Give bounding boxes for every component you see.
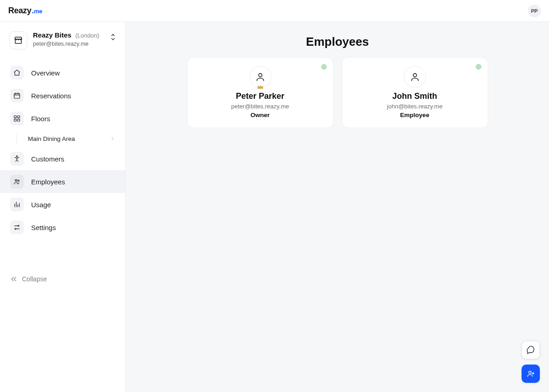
employee-name: Peter Parker <box>196 91 325 101</box>
page-title: Employees <box>126 22 549 57</box>
floating-action-stack <box>522 341 540 383</box>
grid-icon <box>10 112 24 125</box>
sliders-icon <box>10 220 24 234</box>
logo-suffix: me <box>34 8 42 15</box>
support-chat-button[interactable] <box>522 341 540 359</box>
svg-rect-1 <box>14 116 16 118</box>
sidebar-item-customers[interactable]: Customers <box>0 147 125 170</box>
collapse-sidebar-button[interactable]: Collapse <box>0 269 125 292</box>
chat-icon <box>527 346 535 354</box>
svg-rect-0 <box>14 93 20 98</box>
sidebar-item-employees[interactable]: Employees <box>0 170 125 193</box>
user-plus-icon <box>527 370 535 378</box>
svg-rect-2 <box>17 116 20 118</box>
sidebar-item-label: Customers <box>31 155 65 163</box>
sidebar: Reazy Bites (London) peter@bites.reazy.m… <box>0 22 126 392</box>
calendar-icon <box>10 89 24 102</box>
account-name: Reazy Bites <box>33 31 71 39</box>
logo-text: Reazy <box>8 6 32 16</box>
sidebar-subitem-label: Main Dining Area <box>28 135 75 142</box>
sidebar-item-usage[interactable]: Usage <box>0 193 125 216</box>
app-logo[interactable]: Reazy.me <box>8 6 42 16</box>
svg-rect-3 <box>14 119 16 121</box>
employee-role: Owner <box>196 112 325 118</box>
main-content: Employees Peter Parker peter@bites.reazy… <box>126 22 549 392</box>
status-active-icon <box>476 64 481 70</box>
chevron-right-icon <box>110 136 115 141</box>
employee-name: John Smith <box>350 91 479 101</box>
account-email: peter@bites.reazy.me <box>33 41 104 47</box>
sidebar-item-label: Reservations <box>31 92 71 100</box>
sidebar-item-overview[interactable]: Overview <box>0 61 125 84</box>
chevrons-left-icon <box>10 275 17 283</box>
employee-email: peter@bites.reazy.me <box>196 103 325 110</box>
crown-icon <box>257 85 264 89</box>
sidebar-item-label: Employees <box>31 178 65 186</box>
group-icon <box>10 175 24 188</box>
collapse-label: Collapse <box>22 275 47 283</box>
sidebar-item-settings[interactable]: Settings <box>0 216 125 239</box>
employee-avatar <box>249 66 271 88</box>
user-avatar[interactable]: PP <box>528 5 541 17</box>
storefront-icon <box>9 31 27 49</box>
accessibility-icon <box>10 152 24 166</box>
top-bar: Reazy.me PP <box>0 0 549 22</box>
sidebar-footer: Collapse <box>0 242 125 392</box>
svg-point-7 <box>18 180 19 181</box>
home-icon <box>10 66 24 80</box>
tree-indent-line <box>16 134 17 144</box>
sidebar-item-label: Settings <box>31 224 56 231</box>
employee-cards: Peter Parker peter@bites.reazy.me Owner … <box>126 57 549 139</box>
employee-role: Employee <box>350 112 479 118</box>
sidebar-nav: Overview Reservations Floors Main Dining… <box>0 59 125 242</box>
svg-point-10 <box>258 74 262 77</box>
sidebar-item-label: Overview <box>31 69 60 77</box>
account-switcher[interactable]: Reazy Bites (London) peter@bites.reazy.m… <box>9 31 116 49</box>
chevron-up-down-icon[interactable] <box>110 31 116 41</box>
svg-point-9 <box>15 228 16 230</box>
account-location: (London) <box>75 32 99 39</box>
employee-avatar <box>404 66 426 88</box>
svg-point-6 <box>15 179 17 181</box>
status-active-icon <box>321 64 327 70</box>
sidebar-item-label: Floors <box>31 115 50 123</box>
svg-point-5 <box>16 156 18 157</box>
employee-card[interactable]: Peter Parker peter@bites.reazy.me Owner <box>187 57 334 128</box>
svg-point-11 <box>413 74 416 77</box>
sidebar-item-label: Usage <box>31 201 51 209</box>
employee-card[interactable]: John Smith john@bites.reazy.me Employee <box>342 57 488 128</box>
user-initials: PP <box>531 8 538 14</box>
sidebar-item-reservations[interactable]: Reservations <box>0 84 125 107</box>
sidebar-item-floors[interactable]: Floors <box>0 107 125 130</box>
bar-chart-icon <box>10 198 24 211</box>
employee-email: john@bites.reazy.me <box>350 103 479 110</box>
svg-point-12 <box>529 371 531 373</box>
sidebar-subitem-main-dining-area[interactable]: Main Dining Area <box>0 130 125 147</box>
svg-rect-4 <box>17 119 20 121</box>
svg-point-8 <box>18 225 19 226</box>
add-employee-button[interactable] <box>522 365 540 383</box>
